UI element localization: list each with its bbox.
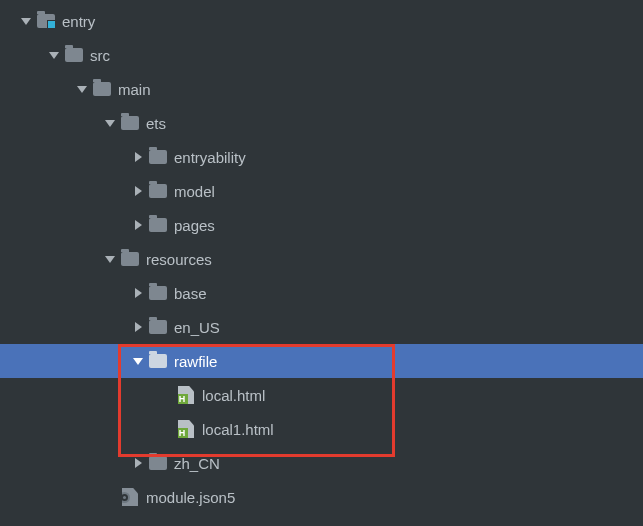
folder-icon [92,80,112,98]
folder-icon [120,250,140,268]
tree-item-local1-html[interactable]: local1.html [0,412,643,446]
tree-item-module-json5[interactable]: module.json5 [0,480,643,514]
chevron-down-icon[interactable] [100,254,120,264]
chevron-right-icon[interactable] [128,322,148,332]
folder-icon [148,454,168,472]
folder-icon [148,352,168,370]
tree-item-label: resources [146,251,212,268]
tree-item-label: local1.html [202,421,274,438]
folder-icon [148,284,168,302]
tree-item-label: src [90,47,110,64]
module-folder-icon [36,12,56,30]
tree-item-label: rawfile [174,353,217,370]
tree-item-label: zh_CN [174,455,220,472]
tree-item-label: module.json5 [146,489,235,506]
html-file-icon [176,386,196,404]
tree-item-entryability[interactable]: entryability [0,140,643,174]
tree-item-label: en_US [174,319,220,336]
tree-item-label: model [174,183,215,200]
chevron-down-icon[interactable] [72,84,92,94]
tree-item-label: base [174,285,207,302]
tree-item-main[interactable]: main [0,72,643,106]
tree-item-zh-cn[interactable]: zh_CN [0,446,643,480]
chevron-right-icon[interactable] [128,458,148,468]
tree-item-pages[interactable]: pages [0,208,643,242]
chevron-right-icon[interactable] [128,288,148,298]
tree-item-entry[interactable]: entry [0,4,643,38]
folder-icon [148,216,168,234]
chevron-down-icon[interactable] [16,16,36,26]
folder-icon [148,318,168,336]
folder-icon [64,46,84,64]
tree-item-label: pages [174,217,215,234]
tree-item-label: main [118,81,151,98]
chevron-down-icon[interactable] [128,356,148,366]
tree-item-label: entryability [174,149,246,166]
folder-icon [148,148,168,166]
chevron-right-icon[interactable] [128,152,148,162]
tree-item-ets[interactable]: ets [0,106,643,140]
chevron-down-icon[interactable] [44,50,64,60]
tree-item-en-us[interactable]: en_US [0,310,643,344]
tree-item-src[interactable]: src [0,38,643,72]
chevron-right-icon[interactable] [128,186,148,196]
project-tree: entry src main ets entryability model pa… [0,0,643,514]
tree-item-resources[interactable]: resources [0,242,643,276]
folder-icon [148,182,168,200]
chevron-down-icon[interactable] [100,118,120,128]
tree-item-local-html[interactable]: local.html [0,378,643,412]
chevron-right-icon[interactable] [128,220,148,230]
tree-item-model[interactable]: model [0,174,643,208]
tree-item-base[interactable]: base [0,276,643,310]
tree-item-label: local.html [202,387,265,404]
tree-item-rawfile[interactable]: rawfile [0,344,643,378]
tree-item-label: entry [62,13,95,30]
json5-file-icon [120,488,140,506]
folder-icon [120,114,140,132]
tree-item-label: ets [146,115,166,132]
html-file-icon [176,420,196,438]
